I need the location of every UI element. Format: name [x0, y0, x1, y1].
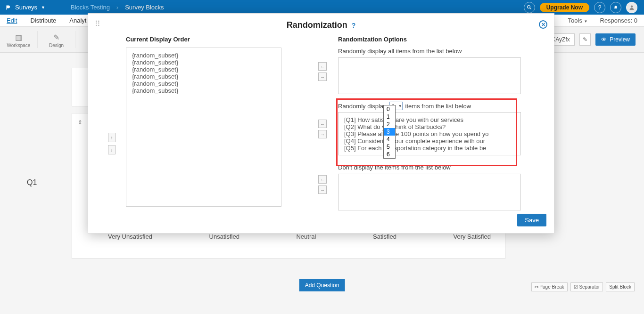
scale-option[interactable]: Very Satisfied — [453, 233, 491, 240]
list-item[interactable]: [Q2] What do you think of Starbucks? — [344, 123, 515, 130]
dropdown-option[interactable]: 6 — [384, 151, 395, 158]
tab-edit[interactable]: Edit — [7, 17, 17, 24]
close-button[interactable]: ✕ — [539, 20, 547, 29]
scale-option[interactable]: Very Unsatisfied — [108, 233, 152, 240]
eye-icon: 👁 — [601, 36, 607, 43]
dropdown-option[interactable]: 4 — [384, 136, 395, 143]
help-icon[interactable]: ? — [594, 2, 605, 13]
list-item[interactable]: [Q3] Please allocate 100 points on how y… — [344, 130, 515, 137]
random-subset-list[interactable]: [Q1] How satisfied are you with our serv… — [338, 112, 521, 155]
chevron-down-icon: ▼ — [41, 5, 45, 10]
scale-option[interactable]: Satisfied — [373, 233, 396, 240]
brand-menu[interactable]: Surveys ▼ — [0, 4, 60, 11]
workspace-icon: ▥ — [0, 33, 37, 42]
dropdown-option[interactable]: 0 — [384, 105, 395, 113]
tool-design[interactable]: ✎Design — [38, 31, 75, 48]
avatar[interactable] — [626, 2, 637, 13]
list-item[interactable]: {random_subset} — [132, 66, 275, 73]
list-item[interactable]: {random_subset} — [132, 87, 275, 94]
upgrade-button[interactable]: Upgrade Now — [540, 3, 589, 12]
display-all-list[interactable] — [338, 57, 521, 94]
count-dropdown[interactable]: 0 1 2 3 4 5 6 — [383, 105, 396, 159]
random-prefix: Randomly display — [338, 103, 387, 110]
move-right-icon[interactable]: → — [318, 72, 327, 81]
logo-icon — [6, 5, 11, 10]
right-heading: Randomization Options — [338, 36, 521, 43]
drag-handle-icon[interactable]: ⠿ — [95, 19, 100, 28]
tab-analytics[interactable]: Analyt — [69, 17, 86, 24]
list-item[interactable]: {random_subset} — [132, 59, 275, 66]
move-right-icon[interactable]: → — [318, 185, 327, 194]
modal-title: Randomization ? — [88, 14, 554, 33]
breadcrumb: Blocks Testing › Survey Blocks — [60, 4, 164, 11]
svg-point-1 — [631, 5, 633, 8]
scale-option[interactable]: Neutral — [296, 233, 316, 240]
list-item[interactable]: [Q1] How satisfied are you with our serv… — [344, 116, 515, 123]
breadcrumb-separator-icon: › — [116, 4, 118, 11]
top-bar: Surveys ▼ Blocks Testing › Survey Blocks… — [0, 0, 644, 15]
design-icon: ✎ — [38, 33, 75, 42]
page-break-button[interactable]: ✂ Page Break — [531, 282, 568, 291]
edit-url-button[interactable]: ✎ — [579, 33, 591, 46]
save-button[interactable]: Save — [517, 214, 546, 226]
move-left-icon[interactable]: ← — [318, 175, 327, 184]
display-all-label: Randomly display all items from the list… — [338, 48, 521, 55]
tools-menu[interactable]: Tools ▼ — [568, 17, 588, 24]
notifications-icon[interactable] — [610, 2, 621, 13]
list-item[interactable]: {random_subset} — [132, 52, 275, 59]
list-item[interactable]: [Q4] Considering your complete experienc… — [344, 137, 515, 145]
dropdown-option[interactable]: 3 — [384, 128, 395, 136]
split-block-button[interactable]: Split Block — [606, 282, 635, 291]
list-item[interactable]: {random_subset} — [132, 73, 275, 80]
left-heading: Current Display Order — [126, 36, 281, 43]
chevron-down-icon: ▼ — [584, 19, 588, 24]
brand-label: Surveys — [15, 4, 37, 11]
add-question-button[interactable]: Add Question — [299, 279, 345, 291]
move-right-icon[interactable]: → — [318, 130, 327, 138]
tab-distribute[interactable]: Distribute — [30, 17, 56, 24]
move-left-icon[interactable]: ← — [318, 120, 327, 128]
breadcrumb-project[interactable]: Blocks Testing — [71, 4, 110, 11]
collapse-icon[interactable]: ⇕ — [78, 119, 83, 126]
move-down-button[interactable]: ↓ — [108, 145, 116, 154]
separator-button[interactable]: ☑ Separator — [570, 282, 603, 291]
dropdown-option[interactable]: 2 — [384, 121, 395, 128]
question-label: Q1 — [27, 178, 37, 187]
likert-scale: Very Unsatisfied Unsatisfied Neutral Sat… — [108, 233, 505, 240]
dropdown-option[interactable]: 5 — [384, 143, 395, 151]
breadcrumb-page: Survey Blocks — [125, 4, 164, 11]
preview-button[interactable]: 👁Preview — [595, 33, 636, 46]
dropdown-option[interactable]: 1 — [384, 113, 395, 121]
svg-point-0 — [527, 5, 530, 8]
randomization-modal: ⠿ Randomization ? ✕ ↑ ↓ Current Display … — [88, 13, 554, 233]
dont-display-list[interactable] — [338, 174, 521, 210]
responses-count: Responses: 0 — [600, 17, 638, 24]
help-icon[interactable]: ? — [352, 22, 356, 29]
move-up-button[interactable]: ↑ — [108, 133, 116, 142]
list-item[interactable]: [Q5] For each transportation category in… — [344, 145, 515, 152]
display-order-list[interactable]: {random_subset} {random_subset} {random_… — [126, 48, 281, 207]
list-item[interactable]: {random_subset} — [132, 80, 275, 87]
chevron-down-icon: ▼ — [398, 104, 402, 108]
dont-display-label: Don't display the items from the list be… — [338, 164, 521, 171]
move-left-icon[interactable]: ← — [318, 62, 327, 71]
tool-workspace[interactable]: ▥Workspace — [0, 31, 38, 48]
scale-option[interactable]: Unsatisfied — [209, 233, 239, 240]
search-icon[interactable] — [524, 2, 535, 13]
random-suffix: items from the list below — [405, 103, 471, 110]
